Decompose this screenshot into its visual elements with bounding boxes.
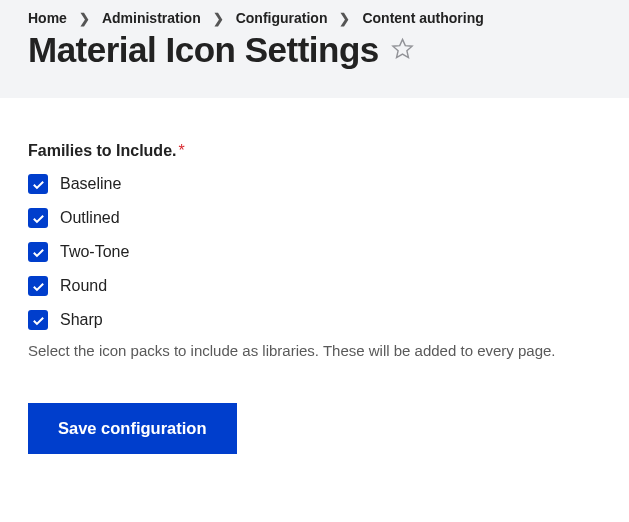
breadcrumb-item-content-authoring[interactable]: Content authoring xyxy=(362,10,483,26)
option-sharp: Sharp xyxy=(28,310,601,330)
families-description: Select the icon packs to include as libr… xyxy=(28,342,601,359)
families-label: Families to Include. xyxy=(28,142,176,159)
families-fieldset: Families to Include.* Baseline Outlined … xyxy=(28,142,601,359)
option-baseline: Baseline xyxy=(28,174,601,194)
option-label-round[interactable]: Round xyxy=(60,277,107,295)
checkbox-outlined[interactable] xyxy=(28,208,48,228)
option-label-outlined[interactable]: Outlined xyxy=(60,209,120,227)
check-icon xyxy=(31,279,46,294)
chevron-right-icon: ❯ xyxy=(213,11,224,26)
checkbox-sharp[interactable] xyxy=(28,310,48,330)
save-configuration-button[interactable]: Save configuration xyxy=(28,403,237,454)
option-outlined: Outlined xyxy=(28,208,601,228)
checkbox-two-tone[interactable] xyxy=(28,242,48,262)
required-mark: * xyxy=(178,142,184,159)
svg-marker-0 xyxy=(393,39,412,57)
option-label-sharp[interactable]: Sharp xyxy=(60,311,103,329)
chevron-right-icon: ❯ xyxy=(79,11,90,26)
checkbox-round[interactable] xyxy=(28,276,48,296)
option-label-two-tone[interactable]: Two-Tone xyxy=(60,243,129,261)
breadcrumb-item-configuration[interactable]: Configuration xyxy=(236,10,328,26)
check-icon xyxy=(31,245,46,260)
option-label-baseline[interactable]: Baseline xyxy=(60,175,121,193)
checkbox-baseline[interactable] xyxy=(28,174,48,194)
check-icon xyxy=(31,211,46,226)
check-icon xyxy=(31,313,46,328)
check-icon xyxy=(31,177,46,192)
option-two-tone: Two-Tone xyxy=(28,242,601,262)
chevron-right-icon: ❯ xyxy=(339,11,350,26)
page-title: Material Icon Settings xyxy=(28,30,379,70)
star-icon[interactable] xyxy=(391,37,414,64)
breadcrumb-item-administration[interactable]: Administration xyxy=(102,10,201,26)
breadcrumb-item-home[interactable]: Home xyxy=(28,10,67,26)
breadcrumb: Home ❯ Administration ❯ Configuration ❯ … xyxy=(28,10,601,26)
option-round: Round xyxy=(28,276,601,296)
